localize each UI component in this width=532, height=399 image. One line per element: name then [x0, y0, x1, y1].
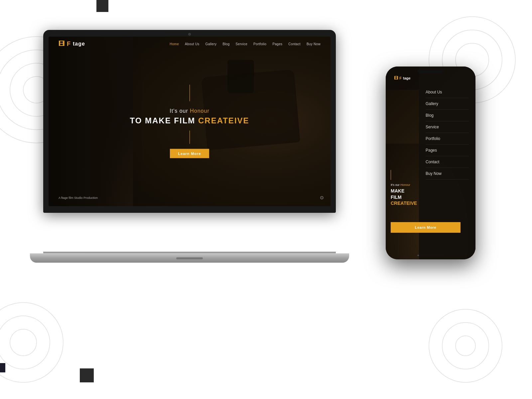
nav-service[interactable]: Service — [236, 42, 247, 46]
phone-logo-tage: tage — [403, 76, 411, 80]
hero-vertical-line-bottom — [190, 130, 190, 144]
phone-logo-text: 🎞 Ftage — [394, 76, 410, 80]
desktop-hero: It's our Honour TO MAKE FILM CREATEIVE L… — [106, 85, 273, 158]
decorative-square-left — [0, 363, 5, 372]
decorative-square-bottom — [80, 368, 94, 382]
nav-portfolio[interactable]: Portfolio — [253, 42, 266, 46]
hero-subtitle: It's our Honour — [106, 108, 273, 114]
svg-point-8 — [0, 316, 50, 369]
hero-title-text: TO MAKE FILM — [130, 116, 195, 125]
phone-title-text: MAKE FILM — [391, 188, 404, 200]
laptop-screen: 🎞 Ftage Home About Us Gallery Blog Servi… — [49, 37, 331, 206]
logo-tage-text: tage — [73, 41, 85, 47]
nav-buynow[interactable]: Buy Now — [307, 42, 321, 46]
phone-menu-gallery[interactable]: Gallery — [426, 98, 469, 110]
phone-logo-film-icon: 🎞 — [394, 76, 398, 80]
website-desktop: 🎞 Ftage Home About Us Gallery Blog Servi… — [49, 37, 331, 206]
hero-honour-text: Honour — [190, 108, 209, 114]
decorative-square-top — [96, 0, 108, 12]
phone-hero-subtitle: It's our Honour — [391, 183, 416, 187]
phone-logo: 🎞 Ftage — [386, 66, 419, 90]
nav-home[interactable]: Home — [170, 42, 179, 46]
hero-subtitle-text: It's our — [170, 108, 188, 114]
phone-subtitle-text: It's our — [391, 183, 400, 187]
phone-menu-pages[interactable]: Pages — [426, 145, 469, 156]
desktop-nav-links: Home About Us Gallery Blog Service Portf… — [170, 42, 321, 46]
hero-vertical-line-top — [190, 85, 190, 101]
nav-gallery[interactable]: Gallery — [205, 42, 217, 46]
desktop-footer-icon: ⊙ — [320, 195, 324, 200]
phone-honour-text: Honour — [400, 183, 410, 187]
phone-menu-buynow[interactable]: Buy Now — [426, 168, 469, 180]
logo-f-letter: F — [67, 41, 71, 48]
hero-main-title: TO MAKE FILM CREATEIVE — [106, 116, 273, 126]
nav-about[interactable]: About Us — [185, 42, 200, 46]
phone-website: 🎞 Ftage About Us Gallery Blog Service Po… — [386, 66, 475, 259]
phone-device: 🎞 Ftage About Us Gallery Blog Service Po… — [386, 66, 475, 273]
phone-menu-service[interactable]: Service — [426, 121, 469, 133]
hero-creative-text: CREATEIVE — [198, 116, 249, 125]
phone-creative-text: CREATEIVE — [391, 200, 417, 206]
phone-main-title: MAKE FILM CREATEIVE — [391, 188, 416, 206]
laptop-frame: 🎞 Ftage Home About Us Gallery Blog Servi… — [43, 30, 336, 213]
desktop-logo: 🎞 Ftage — [59, 41, 85, 48]
svg-point-10 — [429, 309, 502, 382]
bg-circles-bottom-left — [0, 299, 66, 386]
nav-blog[interactable]: Blog — [222, 42, 229, 46]
desktop-footer-text: A ftage film Studio Production — [59, 196, 98, 200]
nav-contact[interactable]: Contact — [288, 42, 301, 46]
svg-point-11 — [442, 323, 489, 369]
phone-learn-more-button[interactable]: Learn More — [391, 222, 461, 233]
logo-film-icon: 🎞 — [59, 41, 65, 48]
bg-circles-bottom-right — [426, 306, 505, 386]
laptop-camera — [188, 33, 191, 36]
svg-point-7 — [0, 303, 63, 382]
phone-hero-content: It's our Honour MAKE FILM CREATEIVE — [391, 170, 416, 206]
phone-screen: 🎞 Ftage About Us Gallery Blog Service Po… — [386, 66, 475, 259]
desktop-navbar: 🎞 Ftage Home About Us Gallery Blog Servi… — [49, 37, 331, 51]
nav-pages[interactable]: Pages — [272, 42, 282, 46]
phone-notch — [417, 70, 444, 74]
phone-menu-contact[interactable]: Contact — [426, 156, 469, 168]
phone-logo-f: F — [399, 76, 402, 80]
phone-frame: 🎞 Ftage About Us Gallery Blog Service Po… — [386, 66, 475, 259]
phone-vertical-line — [391, 170, 391, 180]
laptop-vent — [176, 257, 203, 259]
svg-point-12 — [456, 336, 475, 356]
laptop-base — [30, 253, 349, 263]
laptop-device: 🎞 Ftage Home About Us Gallery Blog Servi… — [43, 30, 342, 263]
svg-point-9 — [10, 329, 37, 356]
phone-menu-about[interactable]: About Us — [426, 90, 469, 98]
phone-menu-blog[interactable]: Blog — [426, 110, 469, 121]
phone-menu-portfolio[interactable]: Portfolio — [426, 133, 469, 145]
desktop-learn-more-button[interactable]: Learn More — [170, 149, 209, 158]
